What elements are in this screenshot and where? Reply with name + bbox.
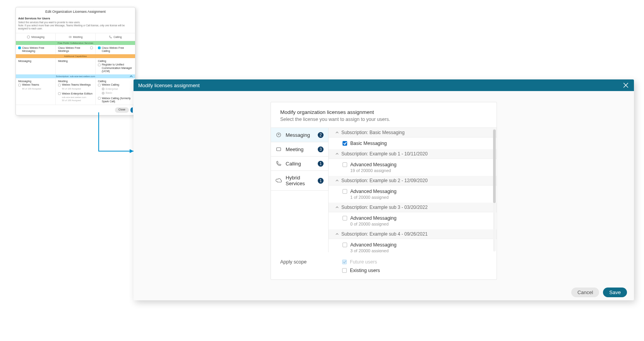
old-free-msg-check[interactable]: Cisco Webex Free Messaging [18, 46, 53, 53]
old-edit-license-dialog: Edit Organization Licenses Assignment Ad… [15, 7, 135, 115]
scrollbar-thumb[interactable] [493, 129, 496, 203]
old-free-meet-check[interactable]: Cisco Webex Free Meetings [58, 46, 93, 53]
old-free-call-check[interactable]: Cisco Webex Free Calling [98, 46, 133, 53]
chevron-up-icon [336, 206, 339, 209]
old-enterprise-radio[interactable]: Enterprise [98, 88, 133, 91]
license-checkbox[interactable] [343, 162, 347, 167]
license-checkbox[interactable] [343, 141, 347, 146]
license-label: Basic Messaging [350, 141, 387, 146]
old-desc-1: Select the services that you want to pro… [16, 21, 135, 24]
cancel-button[interactable]: Cancel [571, 288, 599, 297]
hyb-icon [276, 177, 282, 184]
old-sub-row: Messaging Webex Teams 90 of 100 Assigned… [16, 78, 135, 105]
old-title: Edit Organization Licenses Assignment [16, 7, 135, 17]
old-tab-meeting[interactable]: Meeting [55, 33, 95, 41]
dialog-title: Modify licenses assignment [138, 83, 622, 88]
category-badge: 3 [318, 146, 324, 152]
old-tabs: Messaging Meeting Calling [16, 33, 135, 41]
svg-point-0 [27, 36, 30, 38]
license-item[interactable]: Basic Messaging [329, 138, 497, 149]
svg-rect-4 [277, 148, 281, 151]
apply-scope-label: Apply scope [280, 259, 319, 273]
scrollbar[interactable] [493, 129, 496, 251]
meeting-icon [69, 35, 72, 39]
old-tab-messaging[interactable]: Messaging [16, 33, 55, 41]
license-checkbox[interactable] [343, 189, 347, 194]
subscription-header[interactable]: Subscription: Basic Messaging [329, 128, 497, 138]
license-assigned-count: 19 of 20000 assigned [350, 168, 397, 173]
category-label: Meeting [286, 146, 314, 152]
license-assigned-count: 0 of 20000 assigned [350, 222, 397, 226]
old-basic-radio[interactable]: Basic [98, 91, 133, 95]
save-button[interactable]: Save [603, 288, 627, 297]
old-free-row: Cisco Webex Free Messaging Cisco Webex F… [16, 45, 135, 55]
license-item[interactable]: Advanced Messaging19 of 20000 assigned [329, 159, 497, 176]
dialog-footer: Cancel Save [134, 284, 634, 303]
old-teams-meetings-check[interactable]: Webex Teams Meetings [58, 83, 93, 86]
phone-icon [109, 35, 112, 39]
category-meet[interactable]: Meeting3 [271, 142, 328, 157]
category-call[interactable]: Calling1 [271, 157, 328, 171]
modify-licenses-dialog: Modify licenses assignment Modify organi… [134, 79, 634, 300]
old-ucm-check[interactable]: Register to Unified Communication Manage… [98, 63, 133, 73]
license-label: Advanced Messaging [350, 242, 397, 248]
license-list: Subscription: Basic MessagingBasic Messa… [328, 127, 497, 252]
dialog-body: Modify organization licenses assignment … [134, 91, 634, 284]
old-additional-row: Messaging Meeting Calling Register to Un… [16, 58, 135, 74]
old-desc-2: Note: If you select more than one Messag… [16, 24, 135, 30]
license-checkbox[interactable] [343, 216, 347, 220]
meet-icon [276, 146, 282, 152]
category-label: Messaging [286, 132, 314, 138]
subscription-header[interactable]: Subscription: Example sub 2 - 12/09/2020 [329, 176, 497, 186]
panel-subheading: Select the license you want to assign to… [280, 117, 487, 122]
subscription-header[interactable]: Subscription: Example sub 3 - 03/20/2022 [329, 203, 497, 212]
old-tab-calling[interactable]: Calling [95, 33, 135, 41]
category-badge: 1 [318, 161, 324, 167]
chevron-up-icon [336, 179, 339, 182]
category-label: Hybrid Services [286, 175, 314, 186]
chevron-up-icon [336, 131, 339, 134]
band-free: Free Public Collaboration Services [16, 41, 135, 45]
old-section-header: Add Services for Users [16, 17, 135, 21]
chevron-up-icon [336, 152, 339, 155]
call-icon [276, 160, 282, 167]
existing-users-checkbox[interactable]: Existing users [342, 268, 380, 273]
old-webex-teams-check[interactable]: Webex Teams [18, 83, 53, 86]
category-badge: 2 [318, 132, 324, 138]
old-enterprise-edition-check[interactable]: Webex Enterprise Edition [58, 92, 93, 95]
category-column: Messaging2Meeting3Calling1Hybrid Service… [271, 127, 328, 252]
chat-icon [27, 35, 30, 39]
old-webex-calling-check[interactable]: Webex Calling [98, 83, 133, 86]
band-subscription[interactable]: Subscription: sub-ace-test.webex.com [16, 74, 135, 78]
subscription-header[interactable]: Subscription: Example sub 1 - 10/11/2020 [329, 149, 497, 159]
apply-scope-block: Apply scope Future users Existing users [271, 252, 497, 274]
chevron-up-icon [336, 232, 339, 236]
license-label: Advanced Messaging [350, 215, 397, 221]
license-assigned-count: 3 of 20000 assigned [350, 248, 397, 252]
chevron-up-icon [130, 75, 133, 78]
license-checkbox[interactable] [343, 243, 347, 247]
category-label: Calling [286, 161, 314, 167]
category-hyb[interactable]: Hybrid Services1 [271, 171, 328, 191]
license-item[interactable]: Advanced Messaging1 of 20000 assigned [329, 186, 497, 203]
panel-heading: Modify organization licenses assignment [280, 109, 487, 115]
close-icon[interactable] [622, 82, 629, 89]
license-panel: Modify organization licenses assignment … [271, 102, 497, 280]
future-users-checkbox: Future users [342, 259, 380, 265]
subscription-header[interactable]: Subscription: Example sub 4 - 09/26/2021 [329, 229, 497, 239]
category-msg[interactable]: Messaging2 [271, 128, 328, 142]
license-label: Advanced Messaging [350, 189, 397, 194]
msg-icon [276, 132, 282, 138]
license-item[interactable]: Advanced Messaging0 of 20000 assigned [329, 212, 497, 229]
dialog-header: Modify licenses assignment [134, 79, 634, 91]
license-assigned-count: 1 of 20000 assigned [350, 195, 397, 200]
license-label: Advanced Messaging [350, 162, 397, 167]
old-spark-call-check[interactable]: Webex Calling (formerly Spark Call) [98, 97, 133, 103]
license-item[interactable]: Advanced Messaging3 of 20000 assigned [329, 239, 497, 252]
band-additional: Additional Capabilities [16, 54, 135, 58]
category-badge: 1 [318, 178, 324, 184]
